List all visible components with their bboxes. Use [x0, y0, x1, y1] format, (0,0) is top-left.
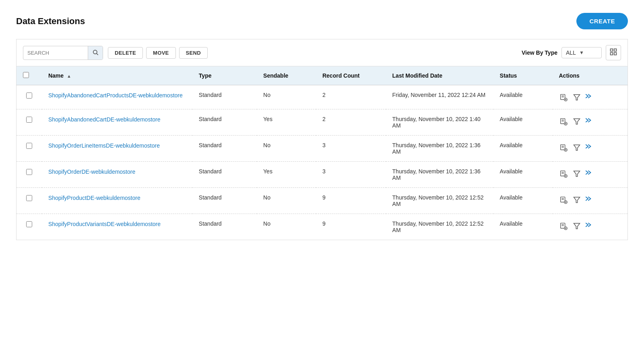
chevron-down-icon: ▼ [579, 50, 584, 56]
row-type-cell: Standard [192, 136, 257, 162]
data-table: Name ▲ Type Sendable Record Count Last M… [16, 66, 628, 240]
row-status-cell: Available [493, 109, 553, 136]
th-type: Type [192, 66, 257, 85]
row-type-cell: Standard [192, 85, 257, 109]
row-checkbox[interactable] [26, 221, 32, 227]
th-name: Name ▲ [42, 66, 192, 85]
row-status-cell: Available [493, 85, 553, 109]
row-actions-cell [553, 214, 628, 240]
row-checkbox[interactable] [26, 169, 32, 175]
row-name-link[interactable]: ShopifyOrderDE-webkuldemostore [48, 169, 135, 175]
svg-rect-4 [611, 53, 613, 55]
row-sendable-cell: No [257, 188, 316, 214]
create-button[interactable]: CREATE [576, 13, 628, 29]
row-actions-cell [553, 85, 628, 109]
row-checkbox-cell [17, 85, 42, 109]
view-type-select[interactable]: ALL ▼ [561, 47, 602, 58]
search-input[interactable] [23, 47, 88, 58]
svg-rect-2 [611, 49, 613, 51]
add-subscriber-icon[interactable] [559, 143, 568, 152]
filter-icon[interactable] [573, 170, 581, 178]
svg-marker-47 [574, 223, 580, 228]
row-record-count-cell: 2 [316, 85, 386, 109]
add-subscriber-icon[interactable] [559, 93, 568, 102]
send-button[interactable]: SEND [179, 47, 208, 59]
add-subscriber-icon[interactable] [559, 169, 568, 178]
table-row: ShopifyProductVariantsDE-webkuldemostore… [17, 214, 628, 240]
row-status-cell: Available [493, 162, 553, 188]
more-actions-icon[interactable] [586, 142, 594, 153]
table-row: ShopifyAbandonedCartDE-webkuldemostore S… [17, 109, 628, 136]
svg-marker-33 [574, 171, 580, 176]
add-subscriber-icon[interactable] [559, 222, 568, 230]
search-wrapper [23, 46, 103, 60]
th-record-count: Record Count [316, 66, 386, 85]
row-record-count-cell: 2 [316, 109, 386, 136]
row-type-cell: Standard [192, 188, 257, 214]
toolbar: DELETE MOVE SEND View By Type ALL ▼ [16, 39, 628, 66]
th-actions: Actions [553, 66, 628, 85]
svg-point-0 [93, 50, 97, 53]
svg-marker-26 [574, 145, 580, 150]
grid-view-button[interactable] [606, 45, 621, 60]
toolbar-right: View By Type ALL ▼ [522, 45, 621, 60]
filter-icon[interactable] [573, 196, 581, 204]
row-record-count-cell: 3 [316, 162, 386, 188]
row-last-modified-cell: Thursday, November 10, 2022 12:52 AM [386, 188, 493, 214]
row-checkbox[interactable] [26, 195, 32, 201]
row-checkbox[interactable] [26, 93, 32, 99]
row-sendable-cell: No [257, 85, 316, 109]
row-actions-cell [553, 136, 628, 162]
row-name-link[interactable]: ShopifyProductDE-webkuldemostore [48, 195, 140, 201]
filter-icon[interactable] [573, 144, 581, 152]
filter-icon[interactable] [573, 222, 581, 230]
svg-marker-40 [574, 197, 580, 202]
filter-icon[interactable] [573, 117, 581, 125]
select-all-checkbox[interactable] [23, 72, 29, 78]
more-actions-icon[interactable] [586, 220, 594, 231]
filter-icon[interactable] [573, 93, 581, 101]
row-name-link[interactable]: ShopifyAbandonedCartDE-webkuldemostore [48, 116, 161, 123]
row-name-cell: ShopifyOrderDE-webkuldemostore [42, 162, 192, 188]
delete-button[interactable]: DELETE [108, 47, 143, 59]
row-checkbox-cell [17, 109, 42, 136]
row-checkbox[interactable] [26, 143, 32, 149]
more-actions-icon[interactable] [586, 168, 594, 179]
row-name-cell: ShopifyOrderLineItemsDE-webkuldemostore [42, 136, 192, 162]
row-name-cell: ShopifyProductVariantsDE-webkuldemostore [42, 214, 192, 240]
row-record-count-cell: 3 [316, 136, 386, 162]
search-button[interactable] [88, 46, 103, 60]
svg-rect-5 [614, 53, 617, 55]
row-name-cell: ShopifyAbandonedCartDE-webkuldemostore [42, 109, 192, 136]
row-status-cell: Available [493, 188, 553, 214]
th-sendable: Sendable [257, 66, 316, 85]
svg-marker-12 [574, 95, 580, 100]
row-checkbox-cell [17, 188, 42, 214]
row-last-modified-cell: Thursday, November 10, 2022 1:36 AM [386, 162, 493, 188]
svg-rect-3 [614, 49, 617, 51]
row-checkbox-cell [17, 214, 42, 240]
th-last-modified: Last Modified Date [386, 66, 493, 85]
row-last-modified-cell: Thursday, November 10, 2022 12:52 AM [386, 214, 493, 240]
row-name-link[interactable]: ShopifyProductVariantsDE-webkuldemostore [48, 221, 161, 227]
th-checkbox [17, 66, 42, 85]
table-header-row: Name ▲ Type Sendable Record Count Last M… [17, 66, 628, 85]
more-actions-icon[interactable] [586, 194, 594, 205]
row-type-cell: Standard [192, 162, 257, 188]
row-status-cell: Available [493, 214, 553, 240]
add-subscriber-icon[interactable] [559, 117, 568, 126]
row-checkbox[interactable] [26, 117, 32, 123]
row-name-link[interactable]: ShopifyOrderLineItemsDE-webkuldemostore [48, 142, 160, 149]
view-by-label: View By Type [522, 49, 557, 56]
row-sendable-cell: Yes [257, 109, 316, 136]
table-row: ShopifyAbandonedCartProductsDE-webkuldem… [17, 85, 628, 109]
row-name-link[interactable]: ShopifyAbandonedCartProductsDE-webkuldem… [48, 92, 183, 99]
row-actions-cell [553, 162, 628, 188]
row-last-modified-cell: Thursday, November 10, 2022 1:40 AM [386, 109, 493, 136]
table-row: ShopifyOrderLineItemsDE-webkuldemostore … [17, 136, 628, 162]
move-button[interactable]: MOVE [146, 47, 175, 59]
more-actions-icon[interactable] [586, 92, 594, 103]
add-subscriber-icon[interactable] [559, 195, 568, 204]
row-record-count-cell: 9 [316, 188, 386, 214]
more-actions-icon[interactable] [586, 116, 594, 127]
